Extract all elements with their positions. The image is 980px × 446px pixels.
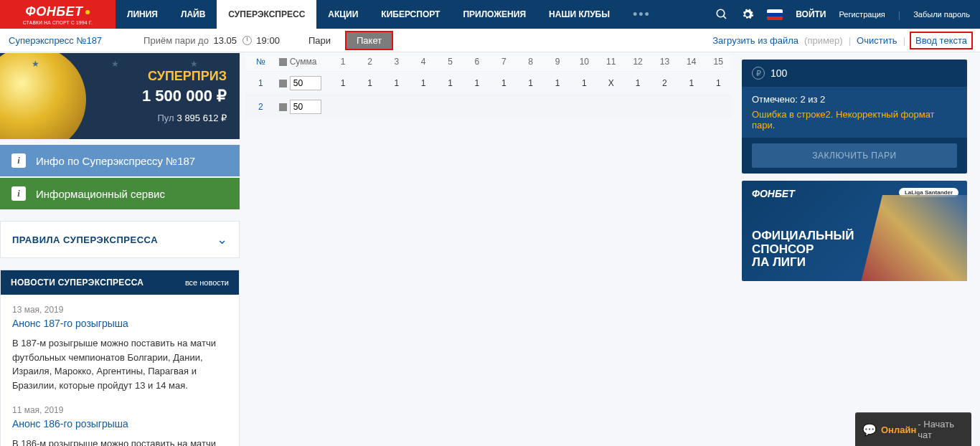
news-date: 11 мая, 2019: [12, 405, 227, 415]
info-superexpress-button[interactable]: i Инфо по Суперэкспрессу №187: [0, 145, 240, 176]
pick-cell[interactable]: [383, 95, 410, 119]
nav-line[interactable]: ЛИНИЯ: [116, 0, 169, 29]
sum-input[interactable]: [290, 100, 321, 114]
clear-link[interactable]: Очистить: [857, 35, 897, 46]
pick-cell[interactable]: X: [598, 72, 624, 95]
flag-ru-icon[interactable]: [767, 9, 783, 20]
settings-icon[interactable]: [741, 8, 754, 21]
col-3: 3: [383, 52, 410, 72]
col-12: 12: [624, 52, 651, 72]
tab-bet[interactable]: Пари: [298, 32, 341, 49]
example-link[interactable]: (пример): [804, 35, 843, 46]
promo-amount: 1 500 000 ₽: [142, 87, 227, 105]
jackpot-promo[interactable]: ★ ★ ★ СУПЕРПРИЗ 1 500 000 ₽ Пул3 895 612…: [0, 53, 240, 139]
pick-cell[interactable]: 1: [517, 72, 544, 95]
sum-input[interactable]: [290, 76, 321, 90]
col-6: 6: [463, 52, 490, 72]
pick-cell[interactable]: 1: [329, 72, 356, 95]
pick-cell[interactable]: [598, 95, 624, 119]
pick-cell[interactable]: [517, 95, 544, 119]
nav-esports[interactable]: КИБЕРСПОРТ: [369, 0, 451, 29]
chat-icon: 💬: [862, 423, 877, 437]
pick-cell[interactable]: 1: [624, 72, 651, 95]
promo-title: СУПЕРПРИЗ: [142, 69, 227, 84]
pick-cell[interactable]: [463, 95, 490, 119]
pick-cell[interactable]: 1: [544, 72, 570, 95]
pick-cell[interactable]: [571, 95, 598, 119]
logo[interactable]: ФОНБЕТ СТАВКИ НА СПОРТ С 1994 Г.: [0, 0, 116, 29]
deadline-label: Приём пари до 13.05 19:00: [143, 35, 280, 46]
news-body: 13 мая, 2019 Анонс 187-го розыгрыша В 18…: [1, 295, 239, 446]
row-checkbox[interactable]: [279, 80, 287, 87]
nav-superexpress[interactable]: СУПЕРЭКСПРЕСС: [217, 0, 316, 29]
row-sum-cell: [276, 95, 330, 119]
draw-title-link[interactable]: Суперэкспресс №187: [9, 35, 102, 46]
forgot-password-link[interactable]: Забыли пароль: [913, 10, 970, 19]
pick-cell[interactable]: 1: [463, 72, 490, 95]
col-10: 10: [571, 52, 598, 72]
main-nav: ЛИНИЯ ЛАЙВ СУПЕРЭКСПРЕСС АКЦИИ КИБЕРСПОР…: [116, 0, 662, 29]
info-service-button[interactable]: i Информационный сервис: [0, 178, 240, 209]
pick-cell[interactable]: [705, 95, 732, 119]
nav-more-icon[interactable]: •••: [621, 0, 662, 29]
pick-cell[interactable]: [678, 95, 705, 119]
marked-count: Отмечено: 2 из 2: [752, 94, 957, 105]
pick-cell[interactable]: 1: [357, 72, 383, 95]
nav-live[interactable]: ЛАЙВ: [169, 0, 217, 29]
nav-clubs[interactable]: НАШИ КЛУБЫ: [537, 0, 621, 29]
betslip-header: ₽ 100: [742, 60, 967, 87]
tab-package[interactable]: Пакет: [347, 32, 392, 49]
login-button[interactable]: ВОЙТИ: [796, 9, 826, 19]
chat-widget[interactable]: 💬 Онлайн - Начать чат: [855, 412, 971, 446]
pick-cell[interactable]: [437, 95, 463, 119]
news-head-title: НОВОСТИ СУПЕРЭКСПРЕССА: [11, 277, 143, 288]
nav-promo[interactable]: АКЦИИ: [316, 0, 369, 29]
place-bet-button[interactable]: ЗАКЛЮЧИТЬ ПАРИ: [752, 143, 957, 168]
logo-dot-icon: [85, 10, 90, 14]
sponsor-brand: ФОНБЕТ: [752, 188, 795, 199]
pick-cell[interactable]: [651, 95, 678, 119]
col-11: 11: [598, 52, 624, 72]
col-num: №: [245, 52, 276, 72]
main-content: № Сумма 1 2 3 4 5 6 7 8 9 10 11 12 13 14: [240, 52, 738, 446]
register-link[interactable]: Регистрация: [839, 10, 885, 19]
chat-status: Онлайн: [881, 424, 916, 435]
pick-cell[interactable]: 1: [410, 72, 437, 95]
row-checkbox[interactable]: [279, 103, 287, 111]
separator: |: [898, 9, 900, 20]
nav-apps[interactable]: ПРИЛОЖЕНИЯ: [451, 0, 537, 29]
pick-cell[interactable]: [624, 95, 651, 119]
sidebar-left: ★ ★ ★ СУПЕРПРИЗ 1 500 000 ₽ Пул3 895 612…: [0, 52, 240, 446]
betslip-error: Ошибка в строке2. Некорректный формат па…: [752, 109, 957, 131]
enter-text-link[interactable]: Ввод текста: [911, 33, 971, 48]
all-news-link[interactable]: все новости: [185, 278, 229, 287]
sponsor-banner[interactable]: ФОНБЕТ LaLiga Santander ОФИЦИАЛЬНЫЙ СПОН…: [742, 181, 967, 281]
table-row: 2: [245, 95, 732, 119]
col-sum: Сумма: [276, 52, 330, 72]
pick-cell[interactable]: 1: [383, 72, 410, 95]
news-title-link[interactable]: Анонс 187-го розыгрыша: [12, 318, 227, 329]
pick-cell[interactable]: [329, 95, 356, 119]
col-14: 14: [678, 52, 705, 72]
svg-point-0: [717, 9, 725, 17]
pick-cell[interactable]: 2: [651, 72, 678, 95]
pick-cell[interactable]: 1: [705, 72, 732, 95]
pick-cell[interactable]: 1: [437, 72, 463, 95]
news-title-link[interactable]: Анонс 186-го розыгрыша: [12, 418, 227, 430]
rules-accordion[interactable]: ПРАВИЛА СУПЕРЭКСПРЕССА ⌄: [0, 221, 240, 258]
pick-cell[interactable]: [491, 95, 517, 119]
pick-cell[interactable]: [357, 95, 383, 119]
search-icon[interactable]: [715, 8, 728, 21]
news-date: 13 мая, 2019: [12, 305, 227, 315]
pick-cell[interactable]: 1: [571, 72, 598, 95]
pick-cell[interactable]: 1: [678, 72, 705, 95]
mode-tabs: Пари Пакет: [298, 32, 392, 49]
table-header-row: № Сумма 1 2 3 4 5 6 7 8 9 10 11 12 13 14: [245, 52, 732, 72]
load-from-file-link[interactable]: Загрузить из файла: [712, 35, 798, 46]
pick-cell[interactable]: [544, 95, 570, 119]
info-text: Инфо по Суперэкспрессу №187: [36, 155, 195, 167]
col-5: 5: [437, 52, 463, 72]
pick-cell[interactable]: 1: [491, 72, 517, 95]
col-2: 2: [357, 52, 383, 72]
pick-cell[interactable]: [410, 95, 437, 119]
